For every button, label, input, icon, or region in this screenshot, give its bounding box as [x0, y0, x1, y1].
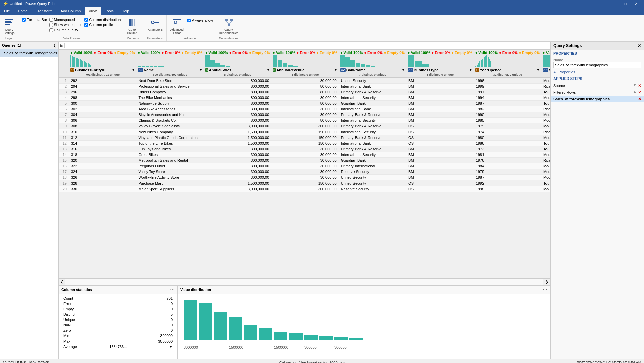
- tab-help[interactable]: Help: [118, 7, 133, 15]
- formula-bar-checkbox[interactable]: Formula Bar: [21, 17, 48, 22]
- column-distribution-check[interactable]: [84, 18, 88, 22]
- all-properties-link[interactable]: All Properties: [553, 70, 575, 74]
- table-row[interactable]: 11312Vinyl and Plastic Goods Corporation…: [59, 135, 551, 141]
- table-row[interactable]: 6302Area Bike Accessories300,000.0030,00…: [59, 106, 551, 112]
- show-whitespace-check[interactable]: [49, 23, 53, 27]
- scroll-right-button[interactable]: ❭: [543, 279, 550, 285]
- step-source-delete-icon[interactable]: ✕: [638, 83, 641, 88]
- column-profile-check[interactable]: [84, 23, 88, 27]
- column-quality-check[interactable]: [49, 28, 53, 32]
- tab-transform[interactable]: Transform: [32, 7, 57, 15]
- col-stats-menu-button[interactable]: ⋯: [170, 287, 175, 292]
- step-source-gear-icon[interactable]: ⚙: [634, 83, 637, 88]
- filter-icon-year[interactable]: ▼: [537, 68, 540, 72]
- table-cell: 80,000.00: [271, 118, 339, 123]
- scroll-left-button[interactable]: ❬: [59, 279, 65, 285]
- table-head: ● Valid 100% ● Error 0% ● Empty 0%: [59, 50, 551, 78]
- column-profile-checkbox[interactable]: Column profile: [84, 22, 121, 27]
- table-row[interactable]: 8306Clamps & Brackets Co.800,000.0080,00…: [59, 118, 551, 123]
- queries-collapse-button[interactable]: ❬: [53, 43, 56, 48]
- tab-tools[interactable]: Tools: [101, 7, 118, 15]
- column-distribution-checkbox[interactable]: Column distribution: [84, 17, 121, 22]
- filter-icon-btype[interactable]: ▼: [469, 68, 472, 72]
- step-sales-vstore-delete-icon[interactable]: ✕: [638, 97, 641, 101]
- applied-step-sales-vstore[interactable]: Sales_vStoreWithDemographics ✕: [551, 96, 644, 102]
- stats-scroll[interactable]: Count701 Error0 Empty0 Distinct5 Unique0…: [59, 294, 177, 354]
- tab-file[interactable]: File: [0, 7, 14, 15]
- table-row[interactable]: 10310New Bikes Company1,500,000.00150,00…: [59, 129, 551, 135]
- type-icon-bank: AZ: [340, 68, 346, 72]
- col-stats-header: Column statistics ⋯: [59, 286, 177, 294]
- table-row[interactable]: 9308Valley Bicycle Specialists3,000,000.…: [59, 123, 551, 129]
- advanced-editor-button[interactable]: M AdvancedEditor: [168, 16, 186, 36]
- close-button[interactable]: ✕: [631, 0, 641, 7]
- table-row[interactable]: 16322Irregulars Outlet300,000.0030,000.0…: [59, 163, 551, 169]
- monospaced-checkbox[interactable]: Monospaced: [49, 17, 83, 22]
- maximize-button[interactable]: □: [620, 0, 631, 7]
- val-dist-menu-button[interactable]: ⋯: [543, 287, 548, 292]
- table-row[interactable]: 2294Professional Sales and Service800,00…: [59, 84, 551, 89]
- tab-add-column[interactable]: Add Column: [57, 7, 85, 15]
- formula-bar-check[interactable]: [22, 18, 26, 22]
- name-prop-input[interactable]: [553, 62, 641, 68]
- filter-icon-name[interactable]: ▼: [199, 68, 202, 72]
- mini-bars-specialty: [543, 55, 550, 67]
- filter-icon-id[interactable]: ▼: [132, 68, 135, 72]
- step-filtered-rows-gear-icon[interactable]: ⚙: [634, 90, 637, 95]
- tab-view[interactable]: View: [85, 7, 101, 15]
- applied-step-filtered-rows[interactable]: Filtered Rows ⚙ ✕: [551, 89, 644, 96]
- table-row[interactable]: 4298The Bike Mechanics800,000.0080,000.0…: [59, 95, 551, 101]
- filter-icon-revenue[interactable]: ▼: [334, 68, 337, 72]
- table-row[interactable]: 5300Nationwide Supply800,000.0080,000.00…: [59, 101, 551, 106]
- table-row[interactable]: 13316Fun Toys and Bikes300,000.0030,000.…: [59, 146, 551, 152]
- table-row[interactable]: 14318Great Bikes300,000.0030,000.00Inter…: [59, 152, 551, 158]
- ribbon-group-label-parameters: Parameters: [144, 36, 165, 40]
- table-cell: OS: [406, 135, 474, 141]
- table-row[interactable]: 20330Major Sport Suppliers3,000,000.0030…: [59, 186, 551, 192]
- minimize-button[interactable]: −: [609, 0, 620, 7]
- stat-value-unique: 0: [108, 317, 174, 322]
- step-filtered-rows-delete-icon[interactable]: ✕: [638, 90, 641, 95]
- filter-icon-sales[interactable]: ▼: [267, 68, 270, 72]
- query-item-sales[interactable]: Sales_vStoreWithDemographics: [0, 49, 58, 57]
- query-settings-button[interactable]: QuerySettings: [1, 16, 17, 36]
- type-icon-year: 1²: [475, 68, 479, 72]
- filter-icon-bank[interactable]: ▼: [402, 68, 405, 72]
- always-allow-check[interactable]: [187, 19, 191, 22]
- applied-step-source[interactable]: Source ⚙ ✕: [551, 82, 644, 89]
- right-panel-close-button[interactable]: ✕: [637, 43, 641, 48]
- table-row[interactable]: 18326Worthwhile Activity Store300,000.00…: [59, 175, 551, 180]
- table-row[interactable]: 1292Next-Door Bike Store800,000.0080,000…: [59, 78, 551, 84]
- table-cell: United Security: [339, 175, 406, 180]
- table-cell: BM: [406, 78, 474, 84]
- mini-bar: [489, 59, 490, 67]
- col-header-content-name: ● Valid 100% ● Error 0% ● Empty 0%: [138, 51, 202, 77]
- error-name: ● Error 0%: [162, 51, 180, 55]
- tab-home[interactable]: Home: [14, 7, 32, 15]
- always-allow-checkbox[interactable]: Always allow: [187, 18, 214, 23]
- row-number: 11: [59, 135, 69, 141]
- table-row[interactable]: 12314Top of the Line Bikes1,500,000.0015…: [59, 141, 551, 146]
- table-row[interactable]: 7304Bicycle Accessories and Kits300,000.…: [59, 112, 551, 118]
- goto-column-button[interactable]: Go toColumn: [124, 16, 140, 36]
- parameters-button[interactable]: Parameters: [144, 16, 165, 32]
- table-cell: Road: [541, 84, 550, 89]
- table-row[interactable]: 3296Riders Company800,000.0080,000.00Pri…: [59, 89, 551, 95]
- table-row[interactable]: 19328Purchase Mart1,500,000.00150,000.00…: [59, 180, 551, 186]
- column-quality-checkbox[interactable]: Column quality: [49, 28, 83, 32]
- table-row[interactable]: 15320Metropolitan Sales and Rental300,00…: [59, 158, 551, 163]
- formula-bar-input[interactable]: [64, 43, 549, 48]
- grid-scroll-container[interactable]: ● Valid 100% ● Error 0% ● Empty 0%: [59, 50, 550, 278]
- stat-value-min: 300000: [108, 333, 174, 338]
- show-whitespace-checkbox[interactable]: Show whitespace: [49, 22, 83, 27]
- mini-bar: [215, 63, 220, 67]
- expand-average-icon[interactable]: ▼: [169, 345, 173, 349]
- mini-bar: [78, 59, 79, 67]
- query-dependencies-button[interactable]: QueryDependencies: [217, 16, 241, 36]
- table-row[interactable]: 17324Valley Toy Store300,000.0030,000.00…: [59, 169, 551, 175]
- formula-bar: fx: [59, 42, 550, 50]
- monospaced-check[interactable]: [49, 18, 53, 22]
- properties-section-title: PROPERTIES: [551, 50, 644, 57]
- stat-row-max: Max3000000: [62, 339, 174, 344]
- mini-bar: [350, 60, 355, 67]
